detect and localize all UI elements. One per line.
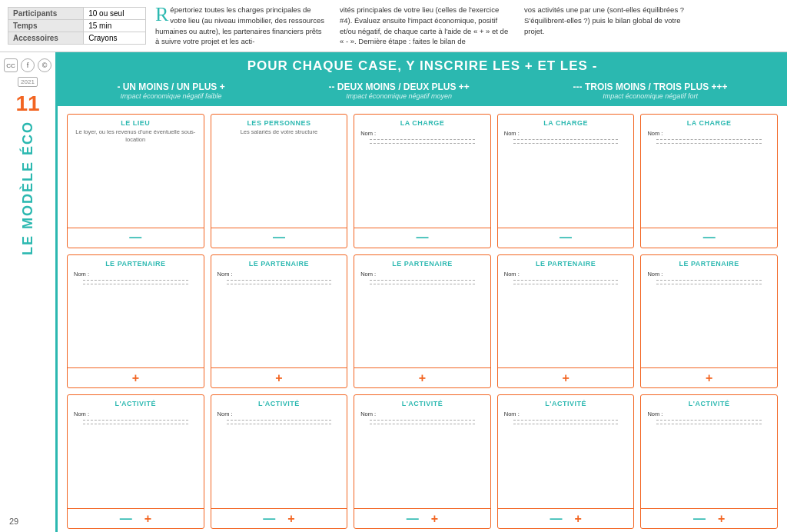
card-charge-1-nom: Nom :	[360, 130, 376, 137]
card-charge-3-nom: Nom :	[647, 130, 662, 137]
label-participants: Participants	[8, 8, 84, 20]
sidebar-icon-group: CC f ©	[4, 58, 51, 72]
card-activite-2-line	[227, 420, 332, 421]
label-temps: Temps	[8, 20, 84, 32]
card-partenaire-2: LE PARTENAIRE Nom : +	[211, 254, 348, 389]
card-activite-3-title: L'ACTIVITÉ	[402, 400, 443, 407]
card-partenaire-1-line	[83, 280, 188, 281]
card-charge-3-title: LA CHARGE	[687, 119, 732, 127]
card-charge-1-line	[370, 139, 475, 140]
card-activite-5-title: L'ACTIVITÉ	[689, 400, 730, 407]
lesson-number: 11	[15, 93, 39, 115]
card-activite-5: L'ACTIVITÉ Nom : — +	[640, 394, 778, 529]
sub-label-1: - UN MOINS / UN PLUS +	[117, 81, 224, 92]
card-lieu-title: LE LIEU	[121, 119, 150, 127]
card-charge-1-title: LA CHARGE	[400, 119, 445, 127]
card-activite-1-line2	[83, 424, 188, 424]
card-partenaire-1-line2	[83, 284, 188, 284]
card-activite-5-bottom: — +	[641, 508, 777, 528]
card-charge-3-top: LA CHARGE Nom :	[641, 115, 777, 228]
card-partenaire-2-line2	[227, 284, 332, 284]
card-partenaire-5: LE PARTENAIRE Nom : +	[640, 254, 778, 389]
minus-sign: —	[263, 513, 275, 525]
minus-sign: —	[407, 513, 419, 525]
card-activite-1: L'ACTIVITÉ Nom : — +	[67, 394, 204, 529]
plus-sign: +	[562, 372, 569, 384]
card-partenaire-5-title: LE PARTENAIRE	[679, 260, 739, 268]
card-activite-2: L'ACTIVITÉ Nom : — +	[211, 394, 348, 529]
sub-label-2: -- DEUX MOINS / DEUX PLUS ++	[328, 81, 469, 92]
plus-sign: +	[706, 372, 712, 384]
card-charge-2-line	[513, 139, 619, 140]
content-area: POUR CHAQUE CASE, Y INSCRIRE LES + ET LE…	[58, 52, 787, 532]
card-charge-2: LA CHARGE Nom : —	[497, 114, 635, 248]
card-charge-2-title: LA CHARGE	[543, 119, 588, 127]
minus-sign: —	[120, 513, 132, 525]
minus-sign: —	[129, 231, 141, 244]
card-personnes-top: LES PERSONNES Les salariés de votre stru…	[211, 115, 347, 228]
tw-icon: ©	[38, 58, 51, 72]
card-activite-1-bottom: — +	[68, 508, 204, 528]
card-personnes: LES PERSONNES Les salariés de votre stru…	[211, 114, 348, 248]
cards-row-3: L'ACTIVITÉ Nom : — + L'ACTIVITÉ Nom :	[67, 394, 778, 529]
card-activite-1-top: L'ACTIVITÉ Nom :	[68, 395, 204, 508]
card-activite-5-line	[656, 420, 762, 421]
card-charge-2-line2	[513, 143, 619, 144]
card-personnes-bottom: —	[211, 228, 347, 248]
top-description: Répertoriez toutes les charges principal…	[155, 0, 693, 52]
card-partenaire-4-line	[513, 280, 619, 281]
card-partenaire-2-title: LE PARTENAIRE	[249, 260, 309, 268]
text-col2: vités principales de votre lieu (celles …	[340, 5, 509, 47]
card-partenaire-3-line	[370, 280, 475, 281]
card-activite-5-nom: Nom :	[647, 411, 662, 417]
card-partenaire-4: LE PARTENAIRE Nom : +	[497, 254, 635, 389]
card-lieu-subtitle: Le loyer, ou les revenus d'une éventuell…	[74, 128, 198, 144]
plus-sign: +	[419, 372, 426, 384]
card-activite-3-bottom: — +	[354, 508, 490, 528]
card-activite-4-line2	[513, 424, 619, 424]
card-partenaire-3: LE PARTENAIRE Nom : +	[354, 254, 491, 389]
card-partenaire-2-nom: Nom :	[218, 271, 233, 278]
card-activite-2-bottom: — +	[211, 508, 347, 528]
card-charge-2-top: LA CHARGE Nom :	[498, 115, 634, 228]
card-partenaire-5-line	[656, 280, 762, 281]
plus-sign: +	[144, 513, 151, 525]
card-activite-3: L'ACTIVITÉ Nom : — +	[354, 394, 491, 529]
sidebar-title: LE MODÈLE ÉCO	[20, 121, 36, 255]
card-charge-2-bottom: —	[498, 228, 634, 248]
card-partenaire-3-title: LE PARTENAIRE	[392, 260, 452, 268]
text-col3: vos activités une par une (sont-elles éq…	[524, 5, 693, 36]
card-activite-4-bottom: — +	[498, 508, 634, 528]
plus-sign: +	[275, 372, 282, 384]
minus-sign: —	[550, 513, 562, 525]
card-activite-3-line	[370, 420, 475, 421]
card-activite-2-line2	[227, 424, 332, 424]
card-activite-3-line2	[370, 424, 475, 424]
card-partenaire-4-nom: Nom :	[504, 271, 520, 278]
sub-label-3: --- TROIS MOINS / TROIS PLUS +++	[573, 81, 728, 92]
banner-title: POUR CHAQUE CASE, Y INSCRIRE LES + ET LE…	[65, 58, 779, 74]
sub-item-3: --- TROIS MOINS / TROIS PLUS +++ Impact …	[573, 81, 728, 100]
card-partenaire-5-nom: Nom :	[647, 271, 662, 278]
info-table: Participants 10 ou seul Temps 15 min Acc…	[8, 0, 146, 52]
card-partenaire-3-top: LE PARTENAIRE Nom :	[354, 255, 490, 368]
card-charge-1-top: LA CHARGE Nom :	[354, 115, 490, 228]
card-activite-4: L'ACTIVITÉ Nom : — +	[497, 394, 635, 529]
card-charge-3-bottom: —	[641, 228, 777, 248]
plus-sign: +	[132, 372, 139, 384]
card-partenaire-2-line	[227, 280, 332, 281]
card-partenaire-1-nom: Nom :	[74, 271, 89, 278]
card-activite-5-top: L'ACTIVITÉ Nom :	[641, 395, 777, 508]
minus-sign: —	[703, 231, 716, 244]
plus-sign: +	[431, 513, 438, 525]
left-sidebar: CC f © 2021 11 LE MODÈLE ÉCO	[0, 52, 58, 532]
card-personnes-title: LES PERSONNES	[247, 119, 310, 127]
card-partenaire-3-line2	[370, 284, 475, 284]
card-partenaire-1-title: LE PARTENAIRE	[105, 260, 165, 268]
card-charge-1-line2	[370, 143, 475, 144]
card-activite-1-title: L'ACTIVITÉ	[115, 400, 156, 407]
card-activite-1-nom: Nom :	[74, 411, 89, 417]
card-partenaire-2-bottom: +	[211, 367, 347, 387]
card-partenaire-1-bottom: +	[68, 367, 204, 387]
value-temps: 15 min	[84, 20, 146, 32]
